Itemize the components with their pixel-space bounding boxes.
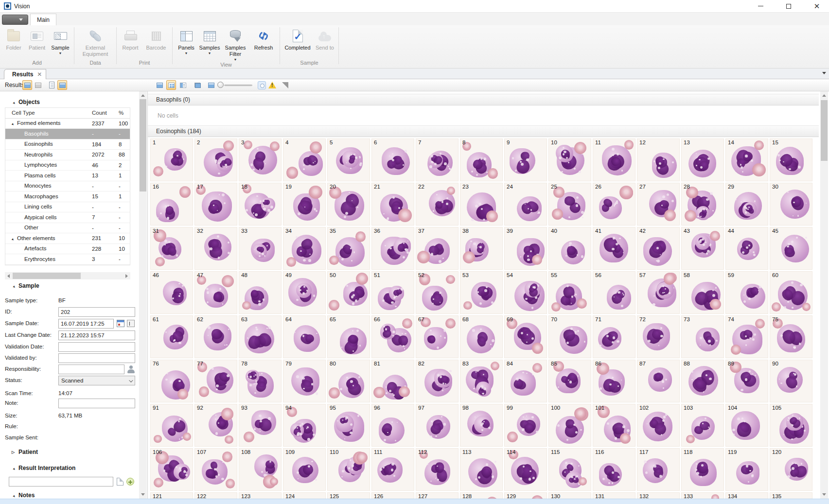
cell-tile[interactable]: 12 — [637, 139, 680, 181]
cell-tile[interactable]: 90 — [770, 360, 812, 402]
cell-tile[interactable]: 42 — [637, 227, 680, 270]
cell-tile[interactable]: 105 — [770, 404, 812, 447]
external-equipment-button[interactable]: External Equipment — [77, 26, 114, 60]
id-input[interactable] — [58, 307, 135, 317]
cell-tile[interactable]: 110 — [327, 448, 370, 491]
barcode-button[interactable]: Barcode — [142, 26, 170, 60]
send-to-button[interactable]: Send to — [314, 26, 336, 60]
cell-tile[interactable]: 60 — [770, 271, 812, 314]
note-input[interactable] — [58, 399, 135, 408]
cell-tile[interactable]: 102 — [637, 404, 680, 447]
report-view-button[interactable] — [47, 80, 56, 90]
objects-table-row[interactable]: ▼Other elements 231 10 — [5, 233, 130, 244]
objects-table-row[interactable]: ▼Eosinophils 184 8 — [5, 139, 130, 150]
cell-tile[interactable]: 7 — [416, 139, 459, 181]
cell-tile[interactable]: 85 — [548, 360, 591, 402]
cell-tile[interactable]: 89 — [725, 360, 768, 402]
cell-tile[interactable]: 59 — [725, 271, 768, 314]
cell-tile[interactable]: 33 — [239, 227, 282, 270]
cell-tile[interactable]: 50 — [327, 271, 370, 314]
cell-tile[interactable]: 41 — [593, 227, 635, 270]
scroll-down-arrow[interactable] — [820, 491, 828, 499]
cell-tile[interactable]: 119 — [725, 448, 768, 491]
cell-tile[interactable]: 135 — [770, 492, 812, 499]
objects-table-row[interactable]: ▼Basophils - - — [5, 129, 130, 139]
cell-tile[interactable]: 126 — [371, 492, 414, 499]
cell-tile[interactable]: 23 — [460, 183, 503, 226]
cell-tile[interactable]: 104 — [725, 404, 768, 447]
zoom-slider[interactable] — [217, 80, 252, 90]
cell-tile[interactable]: 52 — [416, 271, 459, 314]
cell-tile[interactable]: 100 — [548, 404, 591, 447]
tab-list-dropdown-icon[interactable] — [822, 72, 826, 76]
folder-button[interactable]: Folder — [2, 26, 25, 60]
cell-tile[interactable]: 13 — [681, 139, 724, 181]
objects-table-row[interactable]: ▼Formed elements 2337 100 — [5, 119, 130, 129]
objects-table-row[interactable]: ▼Lining cells - - — [5, 202, 130, 213]
scroll-up-arrow[interactable] — [139, 91, 147, 99]
main-area-scrollbar[interactable] — [820, 91, 828, 499]
time-picker-icon[interactable] — [127, 320, 135, 327]
notes-section-header[interactable]: ▼ Notes — [0, 492, 35, 499]
cell-tile[interactable]: 35 — [327, 227, 370, 270]
cell-tile[interactable]: 1 — [150, 139, 193, 181]
cell-tile[interactable]: 77 — [194, 360, 237, 402]
cell-tile[interactable]: 14 — [725, 139, 768, 181]
maximize-button[interactable] — [778, 0, 799, 12]
cell-tile[interactable]: 15 — [770, 139, 812, 181]
objects-table-row[interactable]: ▼Macrophages 15 1 — [5, 191, 130, 202]
cell-tile[interactable]: 74 — [725, 315, 768, 358]
cell-tile[interactable]: 91 — [150, 404, 193, 447]
cell-tile[interactable]: 11 — [593, 139, 635, 181]
cell-tile[interactable]: 113 — [460, 448, 503, 491]
objects-table-row[interactable]: ▼Other - - — [5, 223, 130, 234]
cell-tile[interactable]: 47 — [194, 271, 237, 314]
cell-tile[interactable]: 125 — [327, 492, 370, 499]
cell-tile[interactable]: 81 — [371, 360, 414, 402]
cell-tile[interactable]: 30 — [770, 183, 812, 226]
objects-table-row[interactable]: ▼Artefacts 228 10 — [5, 244, 130, 255]
cell-tile[interactable]: 94 — [283, 404, 326, 447]
scroll-down-arrow[interactable] — [139, 491, 147, 499]
patient-section-header[interactable]: ▷ Patient — [0, 449, 38, 455]
cell-tile[interactable]: 79 — [283, 360, 326, 402]
validated-by-input[interactable] — [58, 353, 135, 363]
cell-tile[interactable]: 124 — [283, 492, 326, 499]
cell-tile[interactable]: 56 — [593, 271, 635, 314]
cell-tile[interactable]: 83 — [460, 360, 503, 402]
ribbon-tab-main[interactable]: Main — [30, 14, 56, 25]
basophils-section-header[interactable]: Basophils (0) — [148, 94, 819, 105]
cell-tile[interactable]: 95 — [327, 404, 370, 447]
cell-tile[interactable]: 43 — [681, 227, 724, 270]
cell-tile[interactable]: 78 — [239, 360, 282, 402]
samples-filter-button[interactable]: Samples Filter ▼ — [222, 26, 249, 62]
cell-tile[interactable]: 132 — [637, 492, 680, 499]
cell-tile[interactable]: 88 — [681, 360, 724, 402]
close-button[interactable]: ✕ — [807, 0, 827, 12]
cell-tile[interactable]: 37 — [416, 227, 459, 270]
objects-table-row[interactable]: ▼Plasma cells 13 1 — [5, 171, 130, 181]
status-select[interactable]: Scanned — [58, 376, 135, 385]
add-icon[interactable] — [126, 478, 134, 486]
cell-tile[interactable]: 36 — [371, 227, 414, 270]
split-mode-button[interactable] — [178, 80, 188, 90]
result-interpretation-header[interactable]: ▼ Result Interpretation — [0, 465, 75, 471]
report-button[interactable]: Report — [119, 26, 141, 60]
responsibility-input[interactable] — [58, 365, 124, 374]
scroll-left-arrow[interactable] — [5, 272, 12, 279]
stack-images-button[interactable] — [193, 80, 202, 90]
cell-tile[interactable]: 76 — [150, 360, 193, 402]
cell-tile[interactable]: 66 — [371, 315, 414, 358]
slider-knob[interactable] — [217, 82, 224, 88]
thumbnail-size-button[interactable] — [206, 80, 216, 90]
cell-tile[interactable]: 117 — [637, 448, 680, 491]
scrollbar-thumb[interactable] — [13, 273, 81, 279]
cell-tile[interactable]: 87 — [637, 360, 680, 402]
cell-tile[interactable]: 19 — [283, 183, 326, 226]
cell-tile[interactable]: 68 — [460, 315, 503, 358]
cell-tile[interactable]: 108 — [239, 448, 282, 491]
cell-tile[interactable]: 75 — [770, 315, 812, 358]
cell-tile[interactable]: 58 — [681, 271, 724, 314]
cell-tile[interactable]: 57 — [637, 271, 680, 314]
completed-button[interactable]: Completed — [282, 26, 313, 60]
